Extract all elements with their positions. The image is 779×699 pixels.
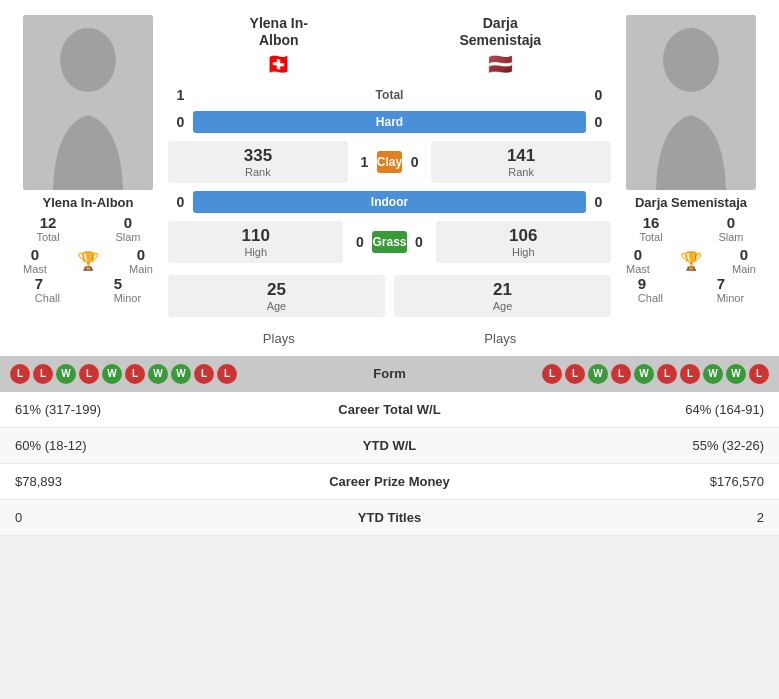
left-trophy-icon-cell: 🏆: [77, 250, 99, 272]
indoor-right: 0: [586, 194, 611, 210]
hard-left: 0: [168, 114, 193, 130]
right-trophy-icon-cell: 🏆: [680, 250, 702, 272]
indoor-row: 0 Indoor 0: [168, 191, 611, 213]
left-high-box: 110 High: [168, 221, 343, 263]
left-slam-val: 0 Slam: [88, 214, 168, 243]
form-badge-l: L: [565, 364, 585, 384]
total-label: Total: [193, 88, 586, 102]
form-badge-l: L: [33, 364, 53, 384]
clay-badge: Clay: [377, 151, 402, 173]
form-badge-l: L: [79, 364, 99, 384]
form-badge-w: W: [726, 364, 746, 384]
stats-rows: 61% (317-199)Career Total W/L64% (164-91…: [0, 392, 779, 536]
grass-row: 0 Grass 0: [347, 231, 431, 253]
left-plays: Plays: [263, 331, 295, 346]
form-badge-w: W: [171, 364, 191, 384]
form-badge-w: W: [634, 364, 654, 384]
form-section: LLWLWLWWLL Form LLWLWLLWWL: [0, 356, 779, 392]
form-badge-w: W: [703, 364, 723, 384]
right-center-name: DarjaSemenistaja: [390, 15, 612, 49]
indoor-left: 0: [168, 194, 193, 210]
right-flag: 🇱🇻: [390, 52, 612, 76]
clay-left: 1: [352, 154, 377, 170]
top-area: Ylena In-Albon 12 Total 0 Slam 0 Mast 🏆: [0, 0, 779, 356]
main-container: Ylena In-Albon 12 Total 0 Slam 0 Mast 🏆: [0, 0, 779, 536]
left-mast-cell: 0 Mast: [23, 246, 47, 275]
left-center-name: Ylena In-Albon: [168, 15, 390, 49]
right-player-name: Darja Semenistaja: [635, 195, 747, 210]
right-slam-cell: 0 Slam: [691, 214, 771, 243]
left-stat-grid: 12 Total 0 Slam: [8, 214, 168, 243]
left-player-avatar: [23, 15, 153, 190]
left-form-badges: LLWLWLWWLL: [10, 364, 237, 384]
right-main-cell: 0 Main: [732, 246, 756, 275]
hard-right: 0: [586, 114, 611, 130]
clay-right: 0: [402, 154, 427, 170]
left-player-name: Ylena In-Albon: [43, 195, 134, 210]
stat-right-val: 55% (32-26): [514, 438, 764, 453]
right-player-avatar: [626, 15, 756, 190]
left-trophy-row: 0 Mast 🏆 0 Main: [8, 246, 168, 275]
right-high-box: 106 High: [436, 221, 611, 263]
hard-row: 0 Hard 0: [168, 111, 611, 133]
left-main-cell: 0 Main: [129, 246, 153, 275]
form-badge-l: L: [680, 364, 700, 384]
total-left: 1: [168, 87, 193, 103]
grass-left: 0: [347, 234, 372, 250]
form-label: Form: [350, 366, 430, 381]
stat-left-val: $78,893: [15, 474, 265, 489]
right-form-badges: LLWLWLLWWL: [542, 364, 769, 384]
form-badge-l: L: [10, 364, 30, 384]
stat-center-label: Career Total W/L: [265, 402, 515, 417]
right-chall-cell: 9 Chall: [638, 275, 663, 304]
stat-center-label: Career Prize Money: [265, 474, 515, 489]
stats-row: 60% (18-12)YTD W/L55% (32-26): [0, 428, 779, 464]
indoor-badge: Indoor: [193, 191, 586, 213]
stat-right-val: $176,570: [514, 474, 764, 489]
right-trophy-icon: 🏆: [680, 250, 702, 272]
center-column: Ylena In-Albon 🇨🇭 DarjaSemenistaja 🇱🇻 1 …: [168, 15, 611, 346]
form-badge-l: L: [194, 364, 214, 384]
grass-badge: Grass: [372, 231, 406, 253]
form-badge-w: W: [588, 364, 608, 384]
stat-left-val: 0: [15, 510, 265, 525]
left-age-box: 25 Age: [168, 275, 385, 317]
stat-right-val: 64% (164-91): [514, 402, 764, 417]
total-row: 1 Total 0: [168, 87, 611, 103]
stat-left-val: 60% (18-12): [15, 438, 265, 453]
right-player-section: Darja Semenistaja 16 Total 0 Slam 0 Mast…: [611, 15, 771, 346]
clay-row: 1 Clay 0: [352, 151, 427, 173]
form-badge-l: L: [657, 364, 677, 384]
left-player-section: Ylena In-Albon 12 Total 0 Slam 0 Mast 🏆: [8, 15, 168, 346]
stats-row: 61% (317-199)Career Total W/L64% (164-91…: [0, 392, 779, 428]
form-badge-l: L: [749, 364, 769, 384]
form-badge-w: W: [102, 364, 122, 384]
left-rank-box: 335 Rank: [168, 141, 348, 183]
svg-point-1: [60, 28, 116, 92]
svg-point-3: [663, 28, 719, 92]
form-badge-l: L: [611, 364, 631, 384]
stats-row: $78,893Career Prize Money$176,570: [0, 464, 779, 500]
form-badge-w: W: [56, 364, 76, 384]
form-badge-l: L: [217, 364, 237, 384]
right-rank-box: 141 Rank: [431, 141, 611, 183]
right-trophy-row: 0 Mast 🏆 0 Main: [611, 246, 771, 275]
right-age-box: 21 Age: [394, 275, 611, 317]
left-flag: 🇨🇭: [168, 52, 390, 76]
right-mast-cell: 0 Mast: [626, 246, 650, 275]
right-stat-grid: 16 Total 0 Slam: [611, 214, 771, 243]
form-badge-l: L: [542, 364, 562, 384]
left-minor-cell: 5 Minor: [114, 275, 142, 304]
right-total-cell: 16 Total: [611, 214, 691, 243]
right-plays: Plays: [484, 331, 516, 346]
surface-section: 0 Hard 0 335 Rank 1 Clay 0: [168, 111, 611, 346]
stat-center-label: YTD Titles: [265, 510, 515, 525]
stats-row: 0YTD Titles2: [0, 500, 779, 536]
total-right: 0: [586, 87, 611, 103]
right-chall-minor: 9 Chall 7 Minor: [611, 275, 771, 304]
left-trophy-icon: 🏆: [77, 250, 99, 272]
hard-badge: Hard: [193, 111, 586, 133]
form-badge-w: W: [148, 364, 168, 384]
left-chall-cell: 7 Chall: [35, 275, 60, 304]
stat-left-val: 61% (317-199): [15, 402, 265, 417]
